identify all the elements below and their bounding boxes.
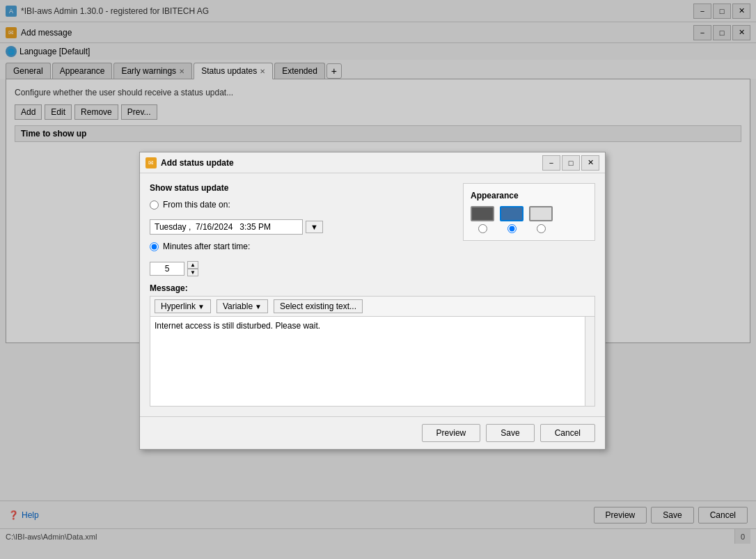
dialog-preview-button[interactable]: Preview — [422, 424, 481, 442]
radio-from-date-label: From this date on: — [163, 200, 230, 210]
radio-from-date-row: From this date on: — [150, 200, 449, 210]
dialog-controls: − □ ✕ — [542, 155, 599, 171]
dialog-title-bar: ✉ Add status update − □ ✕ — [140, 152, 605, 173]
hyperlink-dropdown-arrow[interactable]: ▼ — [198, 303, 205, 310]
spin-up-button[interactable]: ▲ — [187, 261, 198, 269]
radio-from-date[interactable] — [150, 200, 159, 210]
dialog-body: Show status update From this date on: ▼ … — [140, 173, 605, 416]
date-row: ▼ — [150, 219, 449, 235]
show-status-section: Show status update From this date on: ▼ … — [150, 183, 449, 276]
radio-minutes-label: Minutes after start time: — [163, 242, 250, 251]
message-scrollbar[interactable] — [585, 317, 594, 406]
radio-minutes-row: Minutes after start time: — [150, 242, 449, 251]
dialog-minimize-button[interactable]: − — [542, 155, 560, 171]
variable-dropdown-arrow[interactable]: ▼ — [255, 303, 262, 310]
minutes-row: ▲ ▼ — [150, 261, 449, 276]
dialog-close-button[interactable]: ✕ — [581, 155, 599, 171]
appearance-radio-3[interactable] — [537, 224, 546, 233]
radio-minutes[interactable] — [150, 242, 159, 251]
hyperlink-button[interactable]: Hyperlink ▼ — [155, 299, 211, 313]
spin-down-button[interactable]: ▼ — [187, 269, 198, 276]
date-picker-button[interactable]: ▼ — [306, 221, 323, 233]
dialog-maximize-button[interactable]: □ — [562, 155, 580, 171]
dialog-title-text: Add status update — [161, 158, 234, 168]
add-status-dialog: ✉ Add status update − □ ✕ Show status up… — [139, 152, 606, 450]
date-input[interactable] — [150, 219, 303, 235]
dialog-cancel-button[interactable]: Cancel — [540, 424, 595, 442]
message-section: Message: Hyperlink ▼ Variable ▼ Select e… — [150, 283, 595, 407]
appearance-radio-2[interactable] — [507, 224, 517, 233]
message-label: Message: — [150, 283, 595, 293]
appearance-section: Appearance — [463, 183, 595, 241]
dialog-buttons: Preview Save Cancel — [140, 416, 605, 449]
message-toolbar: Hyperlink ▼ Variable ▼ Select existing t… — [150, 296, 595, 316]
appearance-radio-1[interactable] — [478, 224, 487, 233]
screen-blue — [500, 206, 523, 221]
dialog-icon: ✉ — [145, 157, 157, 168]
appearance-option-2 — [500, 206, 523, 233]
screen-dark-1 — [471, 206, 494, 221]
show-status-title: Show status update — [150, 183, 449, 193]
message-text: Internet access is still disturbed. Plea… — [155, 321, 320, 331]
message-editor[interactable]: Internet access is still disturbed. Plea… — [150, 316, 595, 407]
appearance-title: Appearance — [471, 191, 588, 200]
variable-button[interactable]: Variable ▼ — [216, 299, 268, 313]
screen-light — [529, 206, 553, 221]
spin-controls: ▲ ▼ — [187, 261, 198, 276]
appearance-option-3 — [529, 206, 553, 233]
dialog-save-button[interactable]: Save — [486, 424, 534, 442]
appearance-option-1 — [471, 206, 494, 233]
appearance-options — [471, 206, 588, 233]
minutes-input[interactable] — [150, 262, 184, 276]
select-existing-button[interactable]: Select existing text... — [274, 299, 363, 313]
